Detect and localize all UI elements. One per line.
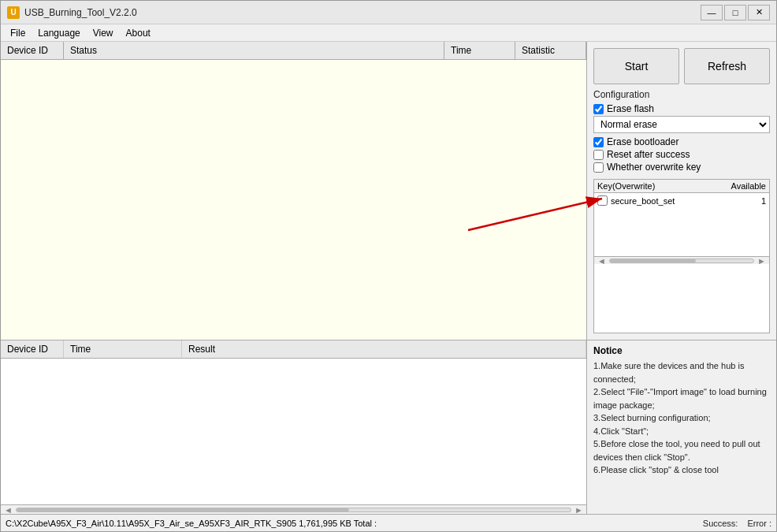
key-checkbox-secure-boot-set[interactable]	[597, 195, 608, 206]
minimize-button[interactable]: —	[701, 5, 723, 20]
reset-after-success-label: Reset after success	[607, 149, 690, 160]
maximize-button[interactable]: □	[724, 5, 746, 20]
notice-line-5: 5.Before close the tool, you need to pul…	[593, 437, 770, 463]
bottom-table-body	[1, 359, 586, 504]
key-row: secure_boot_set 1	[597, 195, 766, 206]
bottom-scrollbar-thumb	[17, 508, 349, 512]
notice-panel: Notice 1.Make sure the devices and the h…	[587, 340, 776, 514]
col-status: Status	[64, 42, 444, 59]
status-bar: C:\X2Cube\A95X_F3_Air\10.11\A95X_F3_Air_…	[1, 514, 776, 531]
start-button[interactable]: Start	[593, 48, 679, 84]
key-available-secure-boot-set: 1	[719, 196, 766, 206]
reset-after-success-checkbox[interactable]	[593, 150, 604, 160]
notice-line-2: 2.Select "File"-"Import image" to load b…	[593, 385, 770, 411]
right-panel: Start Refresh Configuration Erase flash …	[587, 42, 776, 340]
notice-line-1: 1.Make sure the devices and the hub is c…	[593, 359, 770, 385]
menu-language[interactable]: Language	[32, 26, 86, 40]
bottom-scrollbar-track[interactable]	[16, 508, 571, 512]
reset-after-success-row: Reset after success	[593, 149, 770, 160]
status-error: Error :	[747, 519, 771, 528]
keys-col-key-header: Key(Overwrite)	[597, 181, 719, 191]
keys-section: Key(Overwrite) Available secure_boot_set…	[593, 179, 770, 333]
menu-view[interactable]: View	[87, 26, 120, 40]
window-controls: — □ ✕	[701, 5, 770, 20]
col-statistic: Statistic	[515, 42, 586, 59]
overwrite-key-row: Whether overwrite key	[593, 162, 770, 173]
status-success: Success:	[703, 519, 738, 528]
overwrite-key-label: Whether overwrite key	[607, 162, 701, 173]
col-time: Time	[444, 42, 515, 59]
table-body-top	[1, 60, 586, 340]
notice-text: 1.Make sure the devices and the hub is c…	[593, 359, 770, 477]
bottom-scrollbar[interactable]: ◄ ►	[1, 504, 586, 514]
keys-table-header: Key(Overwrite) Available	[594, 180, 769, 193]
top-section: Device ID Status Time Statistic Start Re…	[1, 42, 776, 340]
erase-mode-select[interactable]: Normal erase Force erase	[593, 116, 770, 133]
erase-flash-row: Erase flash	[593, 103, 770, 114]
table-header-top: Device ID Status Time Statistic	[1, 42, 586, 60]
erase-flash-label: Erase flash	[607, 103, 654, 114]
action-buttons: Start Refresh	[593, 48, 770, 84]
bottom-col-device-id: Device ID	[1, 340, 64, 358]
bottom-section: Device ID Time Result ◄ ► Notice	[1, 340, 776, 514]
main-content: Device ID Status Time Statistic Start Re…	[1, 42, 776, 514]
bottom-col-time: Time	[64, 340, 182, 358]
device-table-top: Device ID Status Time Statistic	[1, 42, 587, 340]
refresh-button[interactable]: Refresh	[684, 48, 770, 84]
notice-title: Notice	[593, 345, 770, 356]
device-table-bottom: Device ID Time Result ◄ ►	[1, 340, 587, 514]
app-icon: U	[7, 6, 20, 19]
notice-line-3: 3.Select burning configuration;	[593, 411, 770, 425]
notice-line-4: 4.Click "Start";	[593, 425, 770, 438]
menu-about[interactable]: About	[120, 26, 157, 40]
keys-col-avail-header: Available	[719, 181, 766, 191]
main-window: U USB_Burning_Tool_V2.2.0 — □ ✕ File Lan…	[0, 0, 777, 532]
erase-flash-checkbox[interactable]	[593, 104, 604, 114]
keys-scrollbar-track[interactable]	[609, 259, 754, 263]
key-label-secure-boot-set: secure_boot_set	[611, 196, 716, 206]
erase-bootloader-label: Erase bootloader	[607, 136, 678, 147]
keys-scrollbar[interactable]: ◄ ►	[594, 256, 769, 264]
title-bar: U USB_Burning_Tool_V2.2.0 — □ ✕	[1, 1, 776, 24]
menu-bar: File Language View About	[1, 24, 776, 42]
config-section: Configuration Erase flash Normal erase F…	[593, 89, 770, 174]
close-button[interactable]: ✕	[748, 5, 770, 20]
notice-line-6: 6.Please click "stop" & close tool	[593, 463, 770, 477]
keys-scrollbar-thumb	[610, 259, 696, 262]
status-path: C:\X2Cube\A95X_F3_Air\10.11\A95X_F3_Air_…	[6, 519, 693, 528]
overwrite-key-checkbox[interactable]	[593, 162, 604, 173]
erase-bootloader-checkbox[interactable]	[593, 137, 604, 147]
keys-body: secure_boot_set 1	[594, 193, 769, 256]
bottom-col-result: Result	[182, 340, 586, 358]
bottom-table-header: Device ID Time Result	[1, 340, 586, 359]
erase-bootloader-row: Erase bootloader	[593, 136, 770, 147]
config-title: Configuration	[593, 89, 770, 100]
menu-file[interactable]: File	[4, 26, 32, 40]
window-title: USB_Burning_Tool_V2.2.0	[24, 7, 701, 18]
col-device-id: Device ID	[1, 42, 64, 59]
